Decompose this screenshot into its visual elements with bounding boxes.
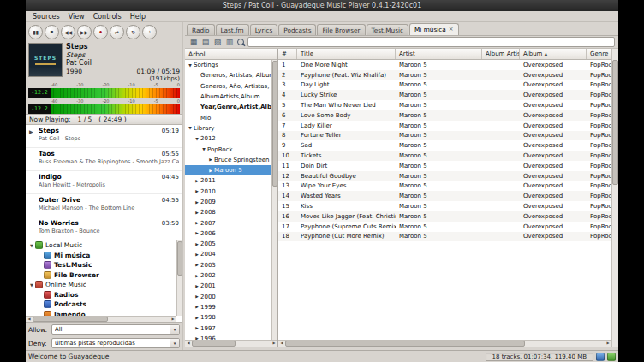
playlist-item[interactable]: ▶ Steps Pat Coil - Steps 05:19 bbox=[26, 125, 182, 148]
expander-icon[interactable]: ▶ bbox=[194, 284, 200, 288]
next-track-button[interactable]: ▶▶ bbox=[77, 25, 92, 39]
table-row[interactable]: 12 Beautiful Goodbye Maroon 5 Overexpose… bbox=[278, 171, 611, 181]
column-header[interactable]: Artist bbox=[396, 49, 482, 59]
tree-item[interactable]: ▶ 1997 bbox=[185, 323, 271, 333]
tab[interactable]: Last.fm bbox=[216, 24, 249, 35]
expander-icon[interactable]: ▶ bbox=[194, 336, 200, 340]
expander-icon[interactable]: ▼ bbox=[187, 63, 194, 68]
tree-item[interactable]: ▼ 2012 bbox=[185, 134, 271, 144]
tab[interactable]: Mi música × bbox=[409, 23, 459, 35]
tree-item[interactable]: AlbumArtists,Album bbox=[185, 92, 271, 102]
covers-view-icon[interactable]: ▧ bbox=[212, 37, 223, 47]
table-row[interactable]: 8 Fortune Teller Maroon 5 Overexposed Po… bbox=[278, 131, 611, 141]
menu-item[interactable]: Sources bbox=[28, 13, 64, 21]
table-row[interactable]: 3 Day Light Maroon 5 Overexposed PopRock bbox=[278, 80, 611, 91]
expander-icon[interactable]: ▼ bbox=[200, 147, 207, 151]
deny-filter-select[interactable]: últimas pistas reproducidas ▾ bbox=[51, 338, 180, 348]
table-horizontal-scrollbar[interactable]: ◀ ▶ bbox=[278, 340, 611, 347]
table-row[interactable]: 9 Sad Maroon 5 Overexposed PopRock bbox=[278, 140, 611, 151]
source-item[interactable]: Mi música bbox=[26, 251, 176, 261]
table-row[interactable]: 6 Love Some Body Maroon 5 Overexposed Po… bbox=[278, 110, 611, 121]
expander-icon[interactable]: ▶ bbox=[194, 294, 200, 299]
tree-item[interactable]: ▼ Library bbox=[185, 123, 271, 134]
scroll-right-icon[interactable]: ▶ bbox=[170, 317, 176, 322]
expander-icon[interactable]: ▶ bbox=[194, 211, 200, 215]
scroll-right-icon[interactable]: ▶ bbox=[271, 341, 277, 347]
column-header[interactable]: Title bbox=[297, 49, 396, 59]
tree-item[interactable]: ▶ 2002 bbox=[185, 270, 271, 281]
update-status-icon[interactable] bbox=[607, 353, 616, 361]
column-header[interactable]: Album ▲ bbox=[520, 49, 587, 59]
source-item[interactable]: File Browser bbox=[26, 270, 176, 281]
sources-vertical-scrollbar[interactable] bbox=[176, 240, 182, 316]
expander-icon[interactable]: ▶ bbox=[194, 316, 200, 320]
tree-item[interactable]: ▶ 2004 bbox=[185, 249, 271, 259]
tree-item[interactable]: ▶ 1996 bbox=[185, 334, 271, 340]
tree-item[interactable]: ▶ 2010 bbox=[185, 187, 271, 197]
scroll-left-icon[interactable]: ◀ bbox=[278, 341, 285, 347]
table-row[interactable]: 18 Payphone (Cut More Remix) Maroon 5 Ov… bbox=[278, 232, 611, 242]
tree-item[interactable]: ▶ 2006 bbox=[185, 228, 271, 239]
source-item[interactable]: Jamendo bbox=[26, 310, 176, 317]
expander-icon[interactable]: ▶ bbox=[194, 189, 200, 193]
expander-icon[interactable]: ▶ bbox=[194, 231, 200, 235]
filter-view-icon[interactable]: ▥ bbox=[224, 37, 235, 47]
tree-item[interactable]: ▶ 2001 bbox=[185, 281, 271, 291]
scroll-left-icon[interactable]: ◀ bbox=[26, 317, 33, 322]
table-row[interactable]: 15 Kiss Maroon 5 Overexposed PopRock bbox=[278, 201, 611, 211]
tree-item[interactable]: ▶ Maroon 5 bbox=[185, 165, 271, 175]
table-vertical-scrollbar[interactable] bbox=[611, 49, 618, 347]
scrollbar-thumb[interactable] bbox=[177, 241, 182, 276]
repeat-button[interactable]: ↻ bbox=[126, 25, 140, 39]
tree-item[interactable]: ▼ PopRock bbox=[185, 144, 271, 154]
scroll-left-icon[interactable]: ◀ bbox=[185, 341, 192, 347]
expander-icon[interactable]: ▶ bbox=[194, 200, 200, 205]
expander-icon[interactable]: ▶ bbox=[194, 274, 200, 278]
playlist-item[interactable]: No Worries Tom Braxton - Bounce 03:59 bbox=[26, 217, 182, 240]
tab-close-icon[interactable]: × bbox=[449, 27, 454, 33]
column-header[interactable]: Album Artist bbox=[482, 49, 520, 59]
tree-item[interactable]: ▶ 2009 bbox=[185, 197, 271, 207]
tab[interactable]: Test.Music bbox=[367, 24, 408, 35]
tab[interactable]: Lyrics bbox=[250, 24, 278, 35]
tree-item[interactable]: ▶ 2003 bbox=[185, 260, 271, 270]
tree-item[interactable]: ▶ 2005 bbox=[185, 239, 271, 249]
tree-item[interactable]: Year,Genre,Artist,Album bbox=[185, 102, 271, 112]
prev-track-button[interactable]: ◀◀ bbox=[61, 25, 75, 39]
pause-button[interactable]: ▮▮ bbox=[28, 25, 43, 39]
title-bar[interactable]: Steps / Pat Coil - Guayadeque Music Play… bbox=[26, 0, 618, 11]
expander-icon[interactable]: ▶ bbox=[207, 157, 214, 162]
tree-item[interactable]: ▶ Bruce Springsteen bbox=[185, 155, 271, 165]
album-art[interactable]: STEPS bbox=[28, 43, 63, 77]
expander-icon[interactable]: ▶ bbox=[194, 242, 200, 246]
tree-item[interactable]: ▼ Sortings bbox=[185, 60, 271, 70]
scrollbar-thumb[interactable] bbox=[192, 341, 236, 347]
scroll-right-icon[interactable]: ▶ bbox=[605, 341, 611, 347]
tree-horizontal-scrollbar[interactable]: ◀ ▶ bbox=[185, 340, 277, 347]
table-row[interactable]: 2 Payphone (Feat. Wiz Khalifa) Maroon 5 … bbox=[278, 70, 611, 80]
table-row[interactable]: 17 Payphone (Supreme Cuts Remix) Maroon … bbox=[278, 222, 611, 232]
tree-item[interactable]: ▶ 2008 bbox=[185, 207, 271, 217]
scrollbar-thumb[interactable] bbox=[33, 317, 108, 322]
expander-icon[interactable]: ▶ bbox=[207, 169, 214, 173]
tab[interactable]: File Browser bbox=[317, 24, 365, 35]
grid-view-icon[interactable]: ▦ bbox=[188, 37, 199, 47]
tree-item[interactable]: Mio bbox=[185, 112, 271, 122]
source-item[interactable]: Radios bbox=[26, 290, 176, 300]
expander-icon[interactable]: ▼ bbox=[28, 243, 35, 248]
search-input[interactable] bbox=[247, 37, 615, 47]
playlist-item[interactable]: Indigo Alan Hewitt - Metropolis 04:45 bbox=[26, 171, 182, 194]
expander-icon[interactable]: ▼ bbox=[28, 282, 35, 288]
scrollbar-thumb[interactable] bbox=[272, 61, 277, 187]
tree-item[interactable]: ▶ 1999 bbox=[185, 302, 271, 312]
shuffle-button[interactable]: ⇄ bbox=[110, 25, 124, 39]
stop-button[interactable]: ■ bbox=[45, 25, 59, 39]
table-row[interactable]: 11 Doin Dirt Maroon 5 Overexposed PopRoc… bbox=[278, 161, 611, 171]
scrollbar-thumb[interactable] bbox=[612, 60, 618, 185]
menu-item[interactable]: Help bbox=[126, 13, 150, 21]
table-row[interactable]: 4 Lucky Strike Maroon 5 Overexposed PopR… bbox=[278, 90, 611, 100]
source-item[interactable]: ▼ Local Music bbox=[26, 240, 176, 251]
table-row[interactable]: 13 Wipe Your Eyes Maroon 5 Overexposed P… bbox=[278, 181, 611, 192]
table-row[interactable]: 5 The Man Who Never Lied Maroon 5 Overex… bbox=[278, 100, 611, 110]
tree-item[interactable]: ▶ 2007 bbox=[185, 217, 271, 228]
